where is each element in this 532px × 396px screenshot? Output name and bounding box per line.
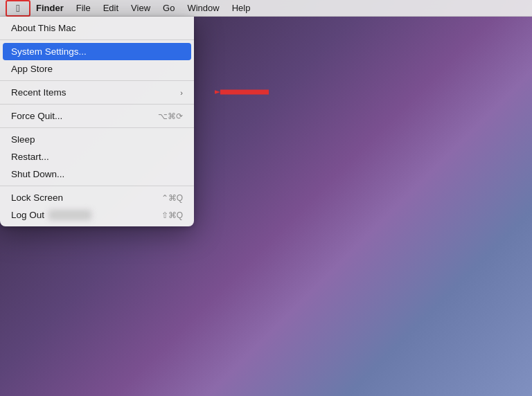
log-out-shortcut: ⇧⌘Q [161,210,183,220]
menu-item-label: Log Out UserName [11,210,94,220]
menubar-edit[interactable]: Edit [98,1,124,15]
menu-item-recent-items[interactable]: Recent Items › [0,84,194,101]
menu-item-restart[interactable]: Restart... [0,148,194,165]
arrow-indicator [215,75,270,112]
chevron-right-icon: › [180,89,183,97]
menu-separator-5 [0,186,194,186]
menu-item-label: Shut Down... [11,169,64,179]
menu-item-about-this-mac[interactable]: About This Mac [0,19,194,37]
menubar-window[interactable]: Window [181,1,224,15]
menu-item-label: Lock Screen [11,192,63,203]
menu-item-lock-screen[interactable]: Lock Screen ⌃⌘Q [0,189,194,206]
menu-item-log-out[interactable]: Log Out UserName ⇧⌘Q [0,206,194,224]
menu-separator-4 [0,127,194,128]
menubar-file[interactable]: File [71,1,96,15]
menu-item-label: Sleep [11,134,35,145]
menubar:  Finder File Edit View Go Window Help [0,0,532,17]
lock-screen-shortcut: ⌃⌘Q [161,193,183,203]
menu-item-shut-down[interactable]: Shut Down... [0,165,194,183]
menu-item-app-store[interactable]: App Store [0,60,194,78]
menu-item-label: Force Quit... [11,111,62,121]
menu-item-label: Recent Items [11,87,66,98]
menubar-finder[interactable]: Finder [30,1,69,15]
menu-item-label: Restart... [11,152,49,162]
username-blurred: UserName [48,210,91,220]
force-quit-shortcut: ⌥⌘⟳ [158,111,183,121]
menubar-items: Finder File Edit View Go Window Help [30,1,256,15]
menu-item-label: System Settings... [11,46,87,57]
menubar-help[interactable]: Help [227,1,256,15]
menu-separator-1 [0,39,194,40]
menubar-view[interactable]: View [125,1,156,15]
apple-menu-button[interactable]:  [6,0,30,17]
menubar-go[interactable]: Go [157,1,180,15]
menu-separator-3 [0,104,194,105]
menu-item-label: App Store [11,64,53,74]
menu-item-sleep[interactable]: Sleep [0,131,194,148]
menu-item-label: About This Mac [11,23,76,33]
menu-item-force-quit[interactable]: Force Quit... ⌥⌘⟳ [0,107,194,125]
menu-item-system-settings[interactable]: System Settings... [3,43,191,60]
apple-dropdown-menu: About This Mac System Settings... App St… [0,17,194,226]
menu-separator-2 [0,80,194,81]
